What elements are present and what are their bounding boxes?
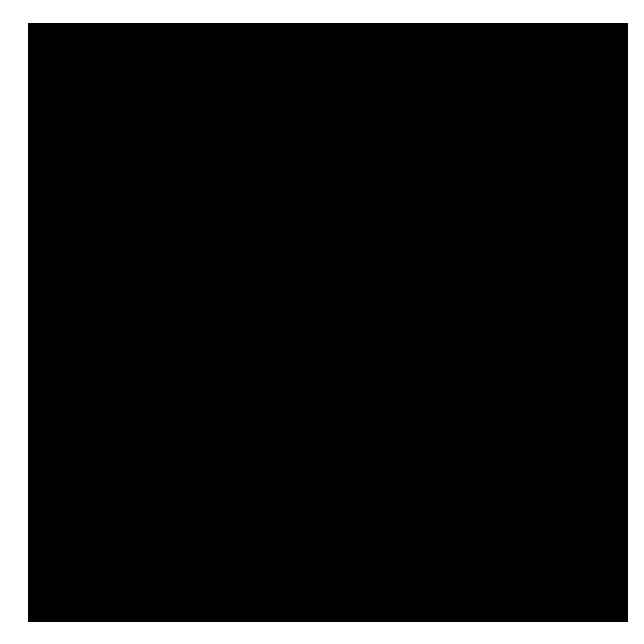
chart-svg	[28, 23, 628, 622]
gradient-background	[39, 23, 617, 612]
chart-container	[0, 0, 644, 644]
plot-frame	[28, 23, 628, 622]
